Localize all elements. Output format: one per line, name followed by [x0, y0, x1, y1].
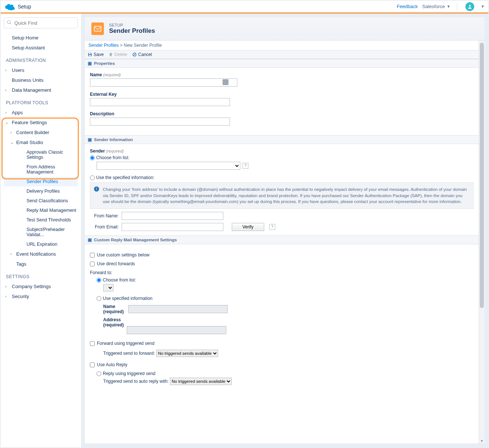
- svg-rect-4: [89, 53, 91, 54]
- scrollbar-thumb[interactable]: [480, 43, 484, 308]
- description-label: Description: [90, 111, 474, 116]
- description-input[interactable]: [90, 118, 230, 126]
- from-email-label: From Email:: [90, 224, 119, 230]
- nav-content-builder[interactable]: ›Content Builder: [4, 127, 78, 137]
- nav-from-address[interactable]: From Address Management: [4, 162, 78, 177]
- email-icon: [91, 22, 104, 35]
- nav-setup-assistant[interactable]: Setup Assistant: [4, 43, 78, 53]
- fwd-select[interactable]: [103, 284, 113, 291]
- help-icon[interactable]: ?: [242, 163, 248, 169]
- nav-data-management[interactable]: ›Data Management: [4, 85, 78, 95]
- chevron-down-icon: ▼: [447, 4, 450, 8]
- save-button[interactable]: Save: [88, 52, 104, 57]
- info-icon: i: [94, 186, 99, 192]
- page-header: SETUP Sender Profiles: [85, 17, 485, 41]
- nav-event-notifications[interactable]: ›Event Notifications: [4, 249, 78, 259]
- collapse-icon: ▣: [88, 137, 92, 142]
- nav-company-settings[interactable]: ›Company Settings: [4, 281, 78, 291]
- fwd-name-label: Name: [103, 304, 115, 309]
- trash-icon: [109, 52, 113, 57]
- verify-button[interactable]: Verify: [232, 223, 264, 231]
- cancel-icon: [132, 52, 137, 57]
- nav-users[interactable]: ›Users: [4, 65, 78, 75]
- divider: [457, 3, 457, 11]
- breadcrumb-current: New Sender Profile: [124, 43, 162, 48]
- nav-approvals[interactable]: Approvals Classic Settings: [4, 147, 78, 162]
- use-direct-checkbox[interactable]: [90, 262, 95, 266]
- sender-select[interactable]: [97, 162, 240, 170]
- main-area: SETUP Sender Profiles Sender Profiles > …: [81, 14, 488, 447]
- nav-business-units[interactable]: Business Units: [4, 75, 78, 85]
- nav-security[interactable]: ›Security: [4, 291, 78, 301]
- nav-feature-settings[interactable]: ⌄Feature Settings: [4, 118, 78, 127]
- page-supertitle: SETUP: [109, 23, 155, 27]
- form-panel: Sender Profiles > New Sender Profile Sav…: [85, 41, 479, 444]
- from-name-input[interactable]: [122, 212, 223, 220]
- section-settings: SETTINGS: [4, 269, 78, 281]
- salesforce-logo-icon: [4, 3, 15, 10]
- use-auto-reply-label: Use Auto Reply: [97, 362, 128, 367]
- help-icon[interactable]: ?: [269, 224, 275, 230]
- nav-apps[interactable]: ›Apps: [4, 108, 78, 118]
- quick-find-input[interactable]: [4, 17, 78, 28]
- chevron-down-icon: ⌄: [5, 120, 8, 125]
- from-email-input[interactable]: [122, 223, 223, 231]
- collapse-icon: ▣: [88, 237, 92, 242]
- section-sender-info[interactable]: ▣Sender Information: [85, 135, 479, 144]
- name-input[interactable]: [90, 78, 237, 87]
- chevron-right-icon: ›: [10, 130, 12, 134]
- from-name-label: From Name:: [90, 213, 119, 218]
- scroll-down-icon[interactable]: ▼: [480, 439, 483, 443]
- section-properties[interactable]: ▣Properties: [85, 59, 479, 68]
- nav-tags[interactable]: Tags: [4, 259, 78, 269]
- svg-line-2: [10, 23, 11, 24]
- lookup-icon[interactable]: [223, 79, 228, 85]
- nav-send-classifications[interactable]: Send Classifications: [4, 196, 78, 206]
- external-key-label: External Key: [90, 92, 474, 97]
- fwd-choose-list-radio[interactable]: [97, 278, 101, 283]
- svg-point-1: [7, 21, 10, 24]
- fwd-use-specified-label: Use specified information: [103, 296, 153, 301]
- reply-triggered-radio[interactable]: [97, 371, 101, 376]
- scrollbar[interactable]: ▼: [479, 41, 485, 444]
- breadcrumb-parent[interactable]: Sender Profiles: [88, 43, 119, 48]
- choose-from-list-radio[interactable]: [90, 155, 95, 160]
- external-key-input[interactable]: [90, 98, 230, 106]
- chevron-right-icon: ›: [5, 284, 7, 288]
- chevron-right-icon: ›: [5, 294, 7, 298]
- nav-setup-home[interactable]: Setup Home: [4, 33, 78, 43]
- trig-reply-label: Triggered send to auto reply with:: [103, 379, 169, 384]
- use-custom-checkbox[interactable]: [90, 253, 95, 258]
- feedback-link[interactable]: Feedback: [397, 4, 418, 9]
- org-switcher[interactable]: Salesforce▼: [422, 4, 450, 9]
- trig-fwd-label: Triggered send to forward:: [103, 351, 155, 356]
- trig-reply-select[interactable]: No triggered sends available: [170, 378, 232, 385]
- nav-sender-profiles[interactable]: Sender Profiles: [4, 177, 78, 186]
- section-administration: ADMINISTRATION: [4, 53, 78, 65]
- nav-email-studio[interactable]: ⌄Email Studio: [4, 137, 78, 147]
- use-specified-radio[interactable]: [90, 175, 95, 180]
- section-platform-tools: PLATFORM TOOLS: [4, 95, 78, 108]
- chevron-right-icon: ›: [5, 68, 7, 72]
- fwd-name-input: [128, 305, 228, 313]
- fwd-use-specified-radio[interactable]: [97, 296, 101, 301]
- nav-reply-mail[interactable]: Reply Mail Management: [4, 206, 78, 215]
- svg-rect-5: [89, 55, 91, 56]
- nav-url-expiration[interactable]: URL Expiration: [4, 239, 78, 249]
- avatar[interactable]: [465, 2, 474, 11]
- use-auto-reply-checkbox[interactable]: [90, 363, 95, 367]
- nav-test-send[interactable]: Test Send Thresholds: [4, 215, 78, 225]
- chevron-down-icon[interactable]: ▼: [481, 4, 485, 8]
- choose-from-list-label: Choose from list:: [96, 155, 129, 160]
- fwd-address-input: [127, 326, 226, 334]
- use-custom-label: Use custom settings below: [97, 252, 150, 258]
- breadcrumb: Sender Profiles > New Sender Profile: [85, 41, 479, 50]
- nav-subject-preheader[interactable]: Subject/Preheader Validat...: [4, 225, 78, 239]
- trig-fwd-select[interactable]: No triggered sends available: [156, 350, 218, 357]
- fwd-choose-list-label: Choose from list:: [103, 277, 136, 283]
- nav-delivery-profiles[interactable]: Delivery Profiles: [4, 186, 78, 196]
- search-icon: [7, 20, 12, 26]
- cancel-button[interactable]: Cancel: [132, 52, 152, 57]
- section-custom-reply[interactable]: ▣Custom Reply Mail Management Settings: [85, 235, 479, 244]
- fwd-triggered-checkbox[interactable]: [90, 341, 95, 346]
